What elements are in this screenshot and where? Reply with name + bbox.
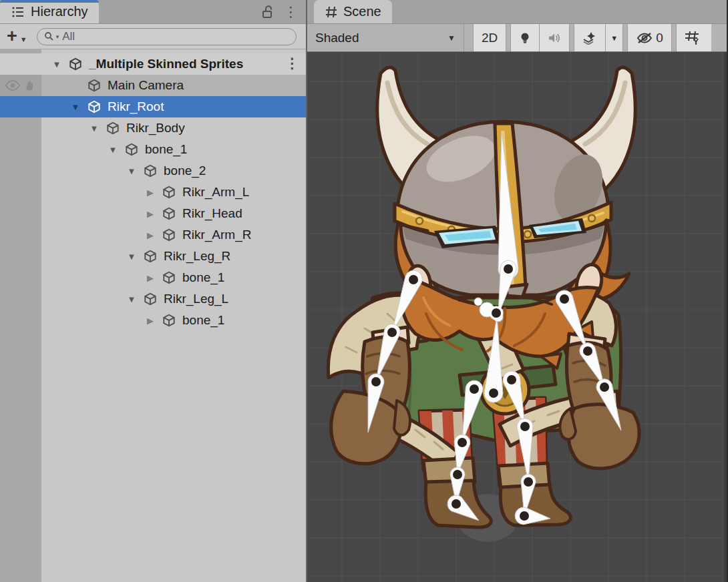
expand-arrow-icon[interactable]: ▼: [85, 123, 103, 133]
visibility-gutter[interactable]: [0, 246, 41, 267]
tree-item-label: Rikr_Arm_L: [182, 185, 249, 200]
scene-audio-button[interactable]: [540, 24, 570, 51]
tree-item-rikr-arm-r[interactable]: ▶ Rikr_Arm_R: [0, 224, 306, 246]
expand-arrow-icon[interactable]: ▼: [48, 59, 65, 69]
scene-lighting-button[interactable]: [510, 24, 540, 51]
plus-icon: +: [7, 27, 17, 45]
expand-arrow-icon[interactable]: ▼: [104, 145, 122, 155]
eye-crossed-icon: [636, 31, 653, 45]
tree-item-leg-l-bone1[interactable]: ▶ bone_1: [0, 310, 306, 331]
collapsed-arrow-icon[interactable]: ▶: [142, 209, 159, 219]
visibility-gutter[interactable]: [0, 160, 41, 182]
scene-viewport[interactable]: [307, 52, 727, 582]
scene-visibility-eye-icon[interactable]: [5, 80, 20, 91]
tree-item-label: bone_2: [164, 164, 206, 178]
draw-mode-label: Shaded: [315, 31, 359, 45]
scene-grid-icon: [325, 5, 338, 19]
unlock-icon[interactable]: [261, 5, 275, 19]
collapsed-arrow-icon[interactable]: ▶: [142, 273, 159, 283]
hidden-count-label: 0: [656, 31, 663, 45]
tree-item-label: Rikr_Arm_R: [182, 228, 251, 242]
draw-mode-dropdown[interactable]: Shaded ▼: [307, 24, 464, 51]
scene-effects-button[interactable]: [574, 24, 606, 51]
hierarchy-list-icon: [11, 5, 25, 19]
unity-editor-window: Hierarchy ⋮ + ▼ ▾: [0, 0, 728, 582]
expand-arrow-icon[interactable]: ▼: [123, 166, 140, 176]
hierarchy-toolbar: + ▼ ▾: [0, 24, 306, 49]
light-bulb-icon: [519, 31, 531, 45]
gameobject-cube-icon: [160, 312, 178, 329]
tree-item-rikr-body[interactable]: ▼ Rikr_Body: [0, 117, 306, 139]
tree-item-bone1[interactable]: ▼ bone_1: [0, 139, 306, 160]
scene-panel: Scene Shaded ▼ 2D: [307, 0, 727, 582]
effects-star-icon: [582, 31, 597, 45]
visibility-gutter[interactable]: [0, 267, 41, 288]
tree-item-rikr-root[interactable]: ▼ Rikr_Root: [0, 96, 306, 117]
visibility-gutter[interactable]: [0, 182, 41, 203]
gameobject-cube-icon: [160, 226, 178, 244]
visibility-gutter[interactable]: [0, 288, 41, 310]
tree-item-rikr-arm-l[interactable]: ▶ Rikr_Arm_L: [0, 182, 306, 203]
visibility-gutter[interactable]: [0, 96, 41, 117]
tab-scene-label: Scene: [343, 4, 381, 19]
visibility-gutter[interactable]: [0, 53, 41, 75]
tree-item-rikr-leg-r[interactable]: ▼ Rikr_Leg_R: [0, 246, 306, 267]
search-filter-arrow-icon[interactable]: ▾: [56, 33, 59, 40]
visibility-gutter[interactable]: [0, 117, 41, 139]
expand-arrow-icon[interactable]: ▼: [123, 294, 140, 304]
speaker-icon: [548, 32, 561, 44]
scene-pickability-hand-icon[interactable]: [24, 79, 36, 91]
visibility-gutter[interactable]: [0, 75, 41, 96]
visibility-gutter[interactable]: [0, 203, 41, 224]
tree-item-label: bone_1: [145, 142, 187, 157]
toggle-2d-button[interactable]: 2D: [473, 24, 506, 51]
gameobject-cube-icon: [160, 269, 178, 286]
gameobject-cube-icon: [142, 290, 159, 308]
tree-item-leg-r-bone1[interactable]: ▶ bone_1: [0, 267, 306, 288]
tree-item-label: Rikr_Root: [108, 99, 164, 114]
unity-scene-icon: [67, 55, 84, 73]
tree-item-label: bone_1: [182, 270, 224, 285]
create-object-button[interactable]: + ▼: [7, 27, 27, 45]
grid-settings-button[interactable]: Y: [676, 24, 711, 51]
search-input[interactable]: [61, 29, 289, 44]
hidden-objects-button[interactable]: 0: [627, 24, 672, 51]
chevron-down-icon: ▼: [447, 33, 456, 43]
scene-view-canvas[interactable]: [307, 52, 727, 582]
tree-item-rikr-leg-l[interactable]: ▼ Rikr_Leg_L: [0, 288, 306, 310]
visibility-gutter[interactable]: [0, 139, 41, 160]
gameobject-cube-icon: [160, 205, 178, 222]
visibility-gutter[interactable]: [0, 224, 41, 246]
grid-axis-icon: Y: [685, 31, 701, 45]
gameobject-cube-icon: [160, 184, 178, 201]
tree-item-label: _Multiple Skinned Sprites: [89, 57, 243, 71]
collapsed-arrow-icon[interactable]: ▶: [142, 230, 159, 240]
hierarchy-panel: Hierarchy ⋮ + ▼ ▾: [0, 0, 307, 582]
tree-item-bone2[interactable]: ▼ bone_2: [0, 160, 306, 182]
tree-item-main-camera[interactable]: Main Camera: [0, 75, 306, 96]
expand-arrow-icon[interactable]: ▼: [67, 102, 84, 112]
tree-item-scene[interactable]: ▼ _Multiple Skinned Sprites ⋮: [0, 53, 306, 75]
hierarchy-search[interactable]: ▾: [37, 28, 297, 45]
gameobject-cube-icon: [85, 77, 103, 94]
collapsed-arrow-icon[interactable]: ▶: [142, 316, 159, 326]
visibility-gutter[interactable]: [0, 310, 41, 331]
scene-toolbar: Shaded ▼ 2D: [307, 24, 727, 52]
tree-item-label: Rikr_Leg_R: [164, 249, 230, 264]
collapsed-arrow-icon[interactable]: ▶: [142, 188, 159, 198]
scene-menu-icon[interactable]: ⋮: [285, 56, 299, 70]
expand-arrow-icon[interactable]: ▼: [123, 252, 140, 262]
hierarchy-tree: ▼ _Multiple Skinned Sprites ⋮: [0, 49, 306, 582]
scene-tabbar: Scene: [307, 0, 727, 24]
effects-dropdown-arrow[interactable]: ▼: [606, 24, 623, 51]
hierarchy-menu-icon[interactable]: ⋮: [284, 5, 298, 19]
chevron-down-icon: ▼: [20, 35, 27, 43]
gameobject-cube-icon: [123, 141, 140, 158]
gameobject-cube-icon: [142, 162, 159, 180]
tree-item-rikr-head[interactable]: ▶ Rikr_Head: [0, 203, 306, 224]
tab-hierarchy-label: Hierarchy: [31, 4, 88, 19]
tree-item-label: bone_1: [182, 313, 224, 328]
tab-hierarchy[interactable]: Hierarchy: [0, 0, 99, 23]
gameobject-cube-icon: [85, 98, 103, 115]
tab-scene[interactable]: Scene: [314, 0, 392, 23]
